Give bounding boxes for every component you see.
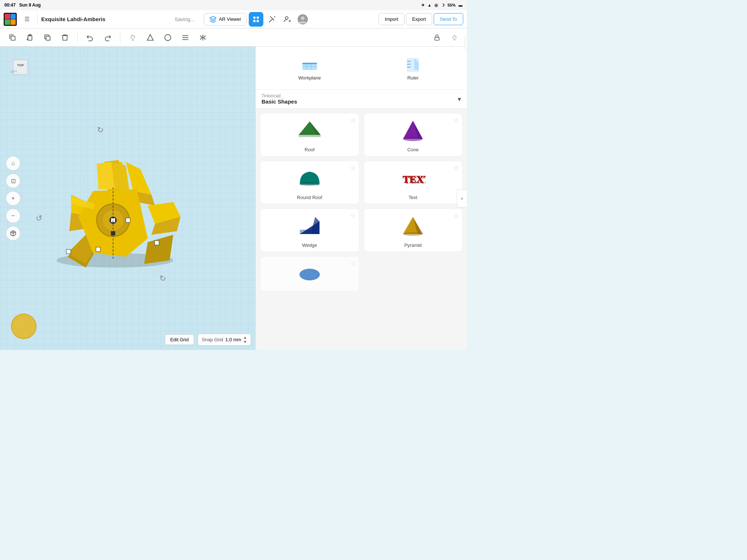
extra1-icon	[297, 262, 322, 287]
circle-outline-button[interactable]	[161, 31, 174, 44]
extra1-favorite-button[interactable]: ☆	[350, 260, 356, 268]
shape-card-wedge[interactable]: ☆ Wedge	[260, 209, 359, 252]
shapes-row-2: ☆ Round Roof ☆ TEXT	[260, 161, 462, 204]
canvas-area[interactable]: TOP LEFT ↻ ↺ ↻	[0, 47, 255, 350]
shape-card-roof[interactable]: ☆ Roof	[260, 113, 359, 156]
snap-increase-button[interactable]: ▲	[243, 335, 247, 339]
fit-view-button[interactable]: ⊡	[6, 174, 20, 188]
wedge-icon	[297, 214, 322, 240]
3d-view-button[interactable]	[6, 226, 20, 241]
3d-model[interactable]	[38, 133, 191, 279]
edit-grid-button[interactable]: Edit Grid	[165, 334, 194, 345]
home-button[interactable]: ⌂	[6, 156, 20, 171]
shape-card-extra-1[interactable]: ☆	[260, 256, 359, 291]
svg-point-72	[403, 232, 423, 236]
snap-decrease-button[interactable]: ▼	[243, 340, 247, 344]
workplane-button[interactable]: Workplane	[262, 52, 358, 83]
align-button[interactable]	[179, 31, 192, 44]
grid-view-button[interactable]	[249, 12, 263, 27]
svg-text:TOP: TOP	[17, 63, 24, 67]
menu-button[interactable]: ☰	[20, 13, 34, 26]
status-bar: 00:47 Sun 9 Aug ✈ ▲ ◎ ☽ 55% ▬	[0, 0, 467, 10]
light-toggle-button[interactable]	[126, 31, 139, 44]
svg-rect-3	[257, 20, 259, 22]
roof-icon	[297, 118, 322, 144]
mine-view-button[interactable]	[266, 13, 279, 26]
export-button[interactable]: Export	[406, 13, 432, 25]
shapes-grid: ☆ Roof ☆	[256, 109, 467, 350]
ruler-icon	[404, 55, 422, 73]
shape-card-round-roof[interactable]: ☆ Round Roof	[260, 161, 359, 204]
shape-outline-button[interactable]	[144, 31, 157, 44]
add-user-button[interactable]	[281, 13, 294, 26]
text-favorite-button[interactable]: ☆	[453, 164, 459, 172]
shape-card-cone[interactable]: ☆ Cone	[364, 113, 463, 156]
redo-icon	[104, 34, 112, 42]
delete-button[interactable]	[58, 31, 71, 44]
round-roof-favorite-button[interactable]: ☆	[350, 164, 356, 172]
view-cube[interactable]: TOP LEFT	[6, 52, 35, 82]
moon-icon: ☽	[441, 3, 445, 8]
zoom-out-button[interactable]: −	[6, 209, 20, 223]
canvas-grid[interactable]: TOP LEFT ↻ ↺ ↻	[0, 47, 255, 350]
workplane-icon	[301, 55, 318, 73]
svg-point-12	[165, 34, 171, 40]
tinkercad-logo[interactable]	[4, 13, 17, 26]
shape-controls-bar: ▼	[255, 28, 467, 47]
cone-label: Cone	[407, 147, 419, 152]
shape-card-pyramid[interactable]: ☆ Pyramid	[364, 209, 463, 252]
copy-button[interactable]	[6, 31, 19, 44]
zoom-in-button[interactable]: +	[6, 191, 20, 206]
svg-marker-11	[147, 34, 154, 40]
pickaxe-icon	[268, 15, 276, 23]
redo-button[interactable]	[101, 31, 114, 44]
snap-grid-container: Snap Grid 1.0 mm ▲ ▼	[198, 334, 251, 346]
shapes-row-4: ☆	[260, 256, 462, 291]
shapes-category-header: Tinkercad Basic Shapes ▾	[256, 90, 467, 109]
svg-rect-8	[28, 35, 32, 40]
pyramid-favorite-button[interactable]: ☆	[453, 212, 459, 220]
shape-card-text[interactable]: ☆ TEXT TEXT Text	[364, 161, 463, 204]
svg-rect-7	[11, 36, 15, 40]
ruler-label: Ruler	[407, 75, 419, 81]
svg-rect-64	[300, 183, 320, 185]
svg-rect-43	[66, 249, 71, 254]
category-meta: Tinkercad	[262, 93, 297, 98]
svg-rect-0	[253, 16, 256, 19]
paste-in-place-button[interactable]	[23, 31, 36, 44]
roof-favorite-button[interactable]: ☆	[350, 116, 356, 124]
ruler-button[interactable]: Ruler	[365, 52, 461, 83]
toolbar-divider-1	[37, 14, 38, 25]
cube-3d-icon	[10, 230, 16, 237]
svg-text:TEXT: TEXT	[404, 175, 426, 186]
send-to-button[interactable]: Send To	[434, 13, 463, 25]
align-icon	[181, 34, 189, 42]
shapes-row-1: ☆ Roof ☆	[260, 113, 462, 156]
category-dropdown-button[interactable]: ▾	[458, 95, 461, 103]
toolbar-divider-2	[77, 32, 78, 43]
panel-scroll-button[interactable]: ›	[457, 189, 467, 207]
svg-rect-1	[257, 16, 259, 19]
mirror-icon	[199, 34, 207, 42]
grid-icon	[252, 16, 260, 23]
bulb-button[interactable]	[448, 31, 461, 44]
ar-viewer-button[interactable]: AR Viewer	[204, 13, 247, 26]
bulb-icon	[451, 34, 458, 41]
top-toolbar: ☰ Exquisite Lahdi-Amberis Saving... AR V…	[0, 10, 467, 28]
view-circle-indicator[interactable]	[11, 314, 36, 339]
lightbulb-icon	[129, 34, 137, 42]
svg-rect-16	[435, 37, 439, 40]
duplicate-button[interactable]	[41, 31, 54, 44]
snap-grid-label: Snap Grid	[202, 337, 223, 342]
profile-avatar[interactable]	[296, 13, 309, 26]
import-button[interactable]: Import	[379, 13, 405, 25]
bottom-controls: Edit Grid Snap Grid 1.0 mm ▲ ▼	[165, 334, 251, 346]
project-title[interactable]: Exquisite Lahdi-Amberis	[41, 16, 105, 22]
undo-button[interactable]	[84, 31, 97, 44]
mirror-button[interactable]	[196, 31, 209, 44]
lock-icon	[433, 34, 441, 41]
cone-favorite-button[interactable]: ☆	[453, 116, 459, 124]
ar-viewer-label: AR Viewer	[219, 16, 241, 22]
wedge-favorite-button[interactable]: ☆	[350, 212, 356, 220]
lock-button[interactable]	[430, 31, 444, 44]
